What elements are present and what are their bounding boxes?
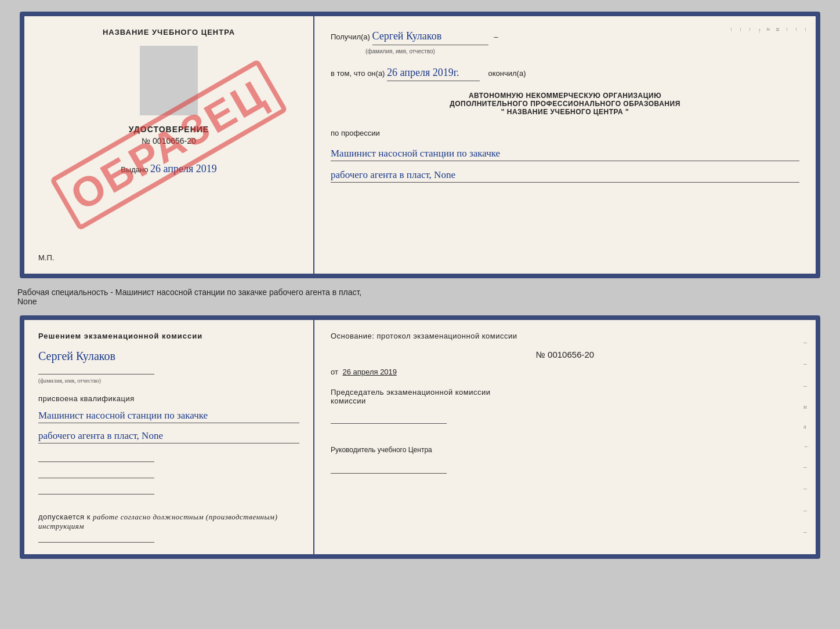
deco-dash-4: –: [747, 28, 754, 262]
bdeco-arrow: ←: [803, 443, 810, 450]
name-block: Сергей Кулаков (фамилия, имя, отчество): [38, 350, 299, 385]
name-underline: [38, 365, 154, 375]
bottom-familiya-label: (фамилия, имя, отчество): [38, 377, 101, 384]
deco-dash-3: –: [784, 28, 791, 262]
predsedatel-label-2: комиссии: [331, 397, 799, 405]
sign-line-4: [38, 533, 154, 543]
rukovoditel-sign-line: [331, 464, 447, 474]
poluchil-name: Сергей Кулаков: [372, 28, 488, 45]
vtom-date: 26 апреля 2019г.: [387, 64, 480, 82]
osnovanie-label: Основание: протокол экзаменационной коми…: [331, 332, 799, 340]
qual-line1: Машинист насосной станции по закачке: [38, 410, 299, 423]
top-right-panel: Получил(а) Сергей Кулаков – (фамилия, им…: [314, 16, 816, 274]
protokol-date-value: 26 апреля 2019: [343, 368, 397, 376]
bottom-left-panel: Решением экзаменационной комиссии Сергей…: [24, 320, 314, 554]
top-center-title: НАЗВАНИЕ УЧЕБНОГО ЦЕНТРА: [103, 28, 235, 37]
poluchil-label: Получил(а): [331, 32, 370, 41]
subtitle-text: Рабочая специальность - Машинист насосно…: [12, 288, 361, 306]
vydano-line: Выдано 26 апреля 2019: [121, 163, 217, 175]
bottom-name: Сергей Кулаков: [38, 350, 115, 362]
mp-label: М.П.: [38, 253, 54, 262]
dopuskaetsya-block: допускается к работе согласно должностны…: [38, 512, 299, 543]
sign-line-1: [38, 453, 154, 462]
bdeco-7: –: [803, 528, 810, 536]
bdeco-4: –: [803, 463, 810, 471]
predsedatel-sign-line: [331, 415, 447, 424]
cert-number: № 0010656-20: [142, 136, 196, 146]
bottom-right-panel: Основание: протокол экзаменационной коми…: [314, 320, 816, 554]
qual-line2: рабочего агента в пласт, None: [38, 430, 299, 443]
bottom-document: Решением экзаменационной комиссии Сергей…: [20, 315, 820, 559]
prisvoena-label: присвоена квалификация: [38, 394, 299, 403]
protokol-date: от 26 апреля 2019: [331, 368, 799, 376]
bottom-right-decorative: – – – и а ← – – – –: [803, 320, 810, 554]
top-document: НАЗВАНИЕ УЧЕБНОГО ЦЕНТРА ОБРАЗЕЦ УДОСТОВ…: [20, 12, 820, 278]
vydano-label: Выдано: [121, 165, 148, 174]
right-decorative: – – – и а ← – – –: [729, 16, 810, 274]
bdeco-1: –: [803, 338, 810, 347]
dopuskaetsya-label: допускается к работе согласно должностны…: [38, 512, 299, 531]
bdeco-a: а: [803, 423, 810, 430]
rukovoditel-label: Руководитель учебного Центра: [331, 445, 799, 455]
deco-arrow: ←: [756, 28, 763, 262]
deco-dash-1: –: [803, 28, 810, 262]
predsedatel-label: Председатель экзаменационной комиссии: [331, 388, 799, 397]
protokol-number: № 0010656-20: [331, 350, 799, 359]
deco-dash-5: –: [738, 28, 745, 262]
familiya-label-top: (фамилия, имя, отчество): [365, 48, 435, 54]
sign-line-3: [38, 485, 154, 495]
okonchil-label: окончил(а): [488, 69, 526, 78]
ot-label: от: [331, 368, 338, 376]
rukovoditel-block: Руководитель учебного Центра: [331, 439, 799, 474]
vydano-date: 26 апреля 2019: [150, 163, 217, 174]
vtom-label: в том, что он(а): [331, 69, 385, 78]
deco-a: а: [766, 28, 773, 262]
deco-dash-2: –: [794, 28, 801, 262]
udostoverenie-title: УДОСТОВЕРЕНИЕ: [129, 125, 209, 134]
bdeco-6: –: [803, 506, 810, 515]
bdeco-5: –: [803, 484, 810, 493]
deco-i: и: [775, 28, 782, 262]
predsedatel-block: Председатель экзаменационной комиссии ко…: [331, 388, 799, 424]
sign-line-2: [38, 469, 154, 478]
bdeco-3: –: [803, 381, 810, 390]
resheniem-label: Решением экзаменационной комиссии: [38, 332, 299, 340]
deco-dash-6: –: [729, 28, 736, 262]
bdeco-i: и: [803, 403, 810, 410]
bdeco-2: –: [803, 359, 810, 368]
photo-placeholder: [140, 46, 198, 115]
top-left-panel: НАЗВАНИЕ УЧЕБНОГО ЦЕНТРА ОБРАЗЕЦ УДОСТОВ…: [24, 16, 314, 274]
